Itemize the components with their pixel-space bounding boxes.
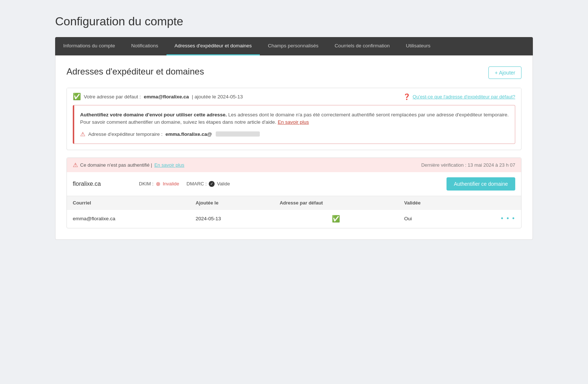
last-check-text: Dernière vérification : 13 mai 2024 à 23…: [421, 162, 515, 168]
warning-circle-icon: ⚠: [80, 131, 85, 138]
domain-warning-text: Ce domaine n'est pas authentifié |: [80, 162, 152, 168]
domain-warning-icon: ⚠: [73, 162, 78, 169]
nav-item-notifications[interactable]: Notifications: [123, 37, 166, 55]
nav-item-courriels[interactable]: Courriels de confirmation: [326, 37, 398, 55]
dkim-invalid-icon: ⊗: [156, 181, 161, 187]
temp-address-row: ⚠ Adresse d'expéditeur temporaire : emma…: [80, 131, 509, 138]
dkim-dmarc-group: DKIM : ⊗ Invalide DMARC : ✓ Valide: [139, 181, 439, 187]
col-header-defaut: Adresse par défaut: [274, 196, 398, 209]
card-header: Adresses d'expéditeur et domaines + Ajou…: [67, 66, 521, 79]
domain-row: floralixe.ca DKIM : ⊗ Invalide DMARC : ✓…: [67, 172, 521, 196]
row-email: emma@floralixe.ca: [67, 209, 190, 228]
domain-warning-link[interactable]: En savoir plus: [154, 162, 184, 168]
default-address-suffix: | ajoutée le 2024-05-13: [192, 94, 243, 99]
row-added: 2024-05-13: [190, 209, 274, 228]
warning-link[interactable]: En savoir plus: [278, 119, 309, 125]
nav-item-informations[interactable]: Informations du compte: [55, 37, 123, 55]
row-default-icon: ✅: [332, 215, 340, 222]
col-header-ajoutee: Ajoutée le: [190, 196, 274, 209]
main-card: Adresses d'expéditeur et domaines + Ajou…: [55, 55, 533, 240]
question-icon: ❓: [403, 93, 410, 100]
dkim-status-text: Invalide: [163, 181, 179, 186]
default-address-info: ✅ Votre adresse par défaut : emma@floral…: [73, 93, 243, 101]
nav-item-adresses[interactable]: Adresses d'expéditeur et domaines: [166, 37, 260, 55]
row-default-check: ✅: [274, 209, 398, 228]
authenticate-button[interactable]: Authentifier ce domaine: [447, 177, 515, 191]
nav-item-champs[interactable]: Champs personnalisés: [260, 37, 326, 55]
temp-address-value: emma.floralixe.ca@: [165, 131, 212, 137]
default-address-email: emma@floralixe.ca: [144, 94, 189, 99]
default-address-bar: ✅ Votre adresse par défaut : emma@floral…: [67, 88, 521, 105]
domain-name: floralixe.ca: [73, 181, 132, 187]
warning-text: Authentifiez votre domaine d'envoi pour …: [80, 111, 509, 126]
temp-address-prefix: Adresse d'expéditeur temporaire :: [88, 131, 162, 137]
row-actions: • • •: [462, 209, 521, 228]
section-title: Adresses d'expéditeur et domaines: [67, 66, 204, 77]
check-circle-icon: ✅: [73, 93, 81, 101]
row-actions-menu[interactable]: • • •: [501, 215, 515, 222]
dmarc-label: DMARC :: [187, 181, 207, 186]
default-address-help: ❓ Qu'est-ce que l'adresse d'expéditeur p…: [403, 93, 515, 100]
domain-section: ⚠ Ce domaine n'est pas authentifié | En …: [67, 157, 521, 228]
email-table: Courriel Ajoutée le Adresse par défaut V…: [67, 196, 521, 228]
dmarc-status-text: Valide: [217, 181, 230, 186]
warning-box: Authentifiez votre domaine d'envoi pour …: [73, 105, 515, 144]
blurred-address-part: [216, 131, 260, 137]
page-title: Configuration du compte: [55, 15, 533, 28]
warning-bold: Authentifiez votre domaine d'envoi pour …: [80, 112, 227, 117]
default-address-section: ✅ Votre adresse par défaut : emma@floral…: [67, 88, 521, 150]
nav-bar: Informations du compte Notifications Adr…: [55, 37, 533, 55]
col-header-courriel: Courriel: [67, 196, 190, 209]
col-header-actions: [462, 196, 521, 209]
dkim-status: DKIM : ⊗ Invalide: [139, 181, 179, 187]
col-header-validee: Validée: [398, 196, 462, 209]
domain-warning-bar: ⚠ Ce domaine n'est pas authentifié | En …: [67, 158, 521, 172]
dmarc-valid-icon: ✓: [209, 181, 215, 187]
dkim-label: DKIM :: [139, 181, 154, 186]
nav-item-utilisateurs[interactable]: Utilisateurs: [398, 37, 438, 55]
table-row: emma@floralixe.ca 2024-05-13 ✅ Oui • • •: [67, 209, 521, 228]
row-validated: Oui: [398, 209, 462, 228]
add-button[interactable]: + Ajouter: [488, 66, 521, 79]
default-address-help-link[interactable]: Qu'est-ce que l'adresse d'expéditeur par…: [413, 94, 515, 99]
dmarc-status: DMARC : ✓ Valide: [187, 181, 230, 187]
domain-warning-left: ⚠ Ce domaine n'est pas authentifié | En …: [73, 162, 184, 169]
default-address-prefix: Votre adresse par défaut :: [84, 94, 141, 99]
